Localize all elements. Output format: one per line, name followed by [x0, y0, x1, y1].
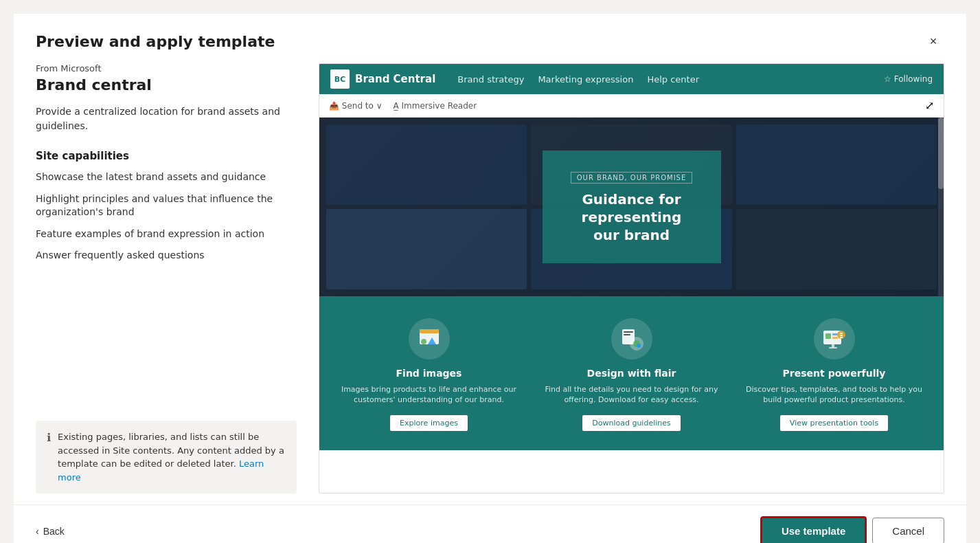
- bc-logo-text: Brand Central: [355, 73, 435, 85]
- svg-point-9: [637, 344, 641, 348]
- left-panel: From Microsoft Brand central Provide a c…: [36, 63, 297, 505]
- bc-hero-label: OUR BRAND, OUR PROMISE: [571, 172, 693, 184]
- back-arrow-icon: ‹: [36, 526, 39, 537]
- dialog-header: Preview and apply template ×: [14, 14, 966, 63]
- feature-title-images: Find images: [336, 368, 522, 379]
- feature-desc-present: Discover tips, templates, and tools to h…: [741, 384, 927, 406]
- bc-logo: BC Brand Central: [330, 69, 435, 89]
- capability-item: Answer frequently asked questions: [36, 249, 297, 263]
- svg-point-2: [421, 339, 426, 344]
- svg-rect-19: [840, 337, 843, 338]
- info-icon: ℹ: [47, 431, 51, 444]
- feature-desc-design: Find all the details you need to design …: [538, 384, 725, 406]
- from-microsoft: From Microsoft: [36, 63, 297, 74]
- nav-link-help: Help center: [647, 74, 699, 85]
- feature-title-present: Present powerfully: [741, 368, 927, 379]
- dialog-footer: ‹ Back Use template Cancel: [14, 505, 966, 543]
- bc-hero-overlay: OUR BRAND, OUR PROMISE Guidance for repr…: [319, 118, 944, 296]
- nav-link-brand-strategy: Brand strategy: [457, 74, 524, 85]
- nav-link-marketing: Marketing expression: [538, 74, 633, 85]
- send-to-btn: 📤 Send to ∨: [329, 101, 383, 111]
- bc-nav-links: Brand strategy Marketing expression Help…: [457, 74, 699, 85]
- expand-icon: ⤢: [925, 99, 934, 112]
- present-icon: [814, 318, 855, 359]
- template-description: Provide a centralized location for brand…: [36, 104, 297, 133]
- bc-feature-images: Find images Images bring products to lif…: [336, 318, 522, 431]
- immersive-reader-btn: A̲ Immersive Reader: [394, 101, 477, 111]
- find-images-icon: [409, 318, 450, 359]
- bc-hero: OUR BRAND, OUR PROMISE Guidance for repr…: [319, 118, 944, 296]
- right-panel: BC Brand Central Brand strategy Marketin…: [319, 63, 944, 505]
- bc-hero-box: OUR BRAND, OUR PROMISE Guidance for repr…: [543, 151, 721, 263]
- svg-rect-17: [840, 333, 843, 334]
- capability-item: Highlight principles and values that inf…: [36, 192, 297, 219]
- feature-title-design: Design with flair: [538, 368, 725, 379]
- star-icon: ☆: [884, 74, 891, 84]
- bc-hero-title: Guidance for representing our brand: [567, 190, 696, 244]
- bc-feature-present: Present powerfully Discover tips, templa…: [741, 318, 927, 431]
- cancel-button[interactable]: Cancel: [872, 518, 944, 543]
- preview-container: BC Brand Central Brand strategy Marketin…: [319, 63, 944, 494]
- capability-item: Showcase the latest brand assets and gui…: [36, 170, 297, 184]
- following-label: Following: [894, 74, 933, 84]
- bc-toolbar-left: 📤 Send to ∨ A̲ Immersive Reader: [329, 101, 477, 111]
- back-label: Back: [43, 526, 65, 537]
- download-guidelines-btn[interactable]: Download guidelines: [582, 415, 681, 431]
- svg-rect-1: [420, 329, 439, 333]
- site-capabilities-title: Site capabilities: [36, 150, 297, 162]
- brand-central-nav: BC Brand Central Brand strategy Marketin…: [319, 64, 944, 94]
- dialog: Preview and apply template × From Micros…: [14, 14, 966, 543]
- capabilities-list: Showcase the latest brand assets and gui…: [36, 170, 297, 263]
- info-box: ℹ Existing pages, libraries, and lists c…: [36, 421, 297, 494]
- bc-logo-badge: BC: [330, 69, 350, 89]
- view-presentation-tools-btn[interactable]: View presentation tools: [780, 415, 888, 431]
- svg-rect-18: [840, 335, 843, 336]
- feature-desc-images: Images bring products to life and enhanc…: [336, 384, 522, 406]
- bc-toolbar: 📤 Send to ∨ A̲ Immersive Reader ⤢: [319, 94, 944, 118]
- svg-rect-12: [829, 347, 837, 348]
- design-icon: [611, 318, 652, 359]
- bc-feature-design: Design with flair Find all the details y…: [538, 318, 725, 431]
- svg-rect-13: [825, 333, 831, 339]
- dialog-title: Preview and apply template: [36, 33, 275, 50]
- svg-rect-8: [624, 334, 630, 335]
- bc-features: Find images Images bring products to lif…: [319, 296, 944, 450]
- template-name: Brand central: [36, 76, 297, 93]
- svg-rect-15: [832, 337, 838, 339]
- svg-rect-7: [624, 331, 633, 333]
- use-template-button[interactable]: Use template: [760, 516, 867, 543]
- dialog-body: From Microsoft Brand central Provide a c…: [14, 63, 966, 505]
- svg-rect-11: [832, 344, 834, 347]
- back-button[interactable]: ‹ Back: [36, 526, 65, 537]
- explore-images-btn[interactable]: Explore images: [390, 415, 468, 431]
- info-text: Existing pages, libraries, and lists can…: [58, 430, 286, 484]
- capability-item: Feature examples of brand expression in …: [36, 228, 297, 241]
- bc-nav-right: ☆ Following: [884, 74, 933, 84]
- close-button[interactable]: ×: [922, 30, 944, 52]
